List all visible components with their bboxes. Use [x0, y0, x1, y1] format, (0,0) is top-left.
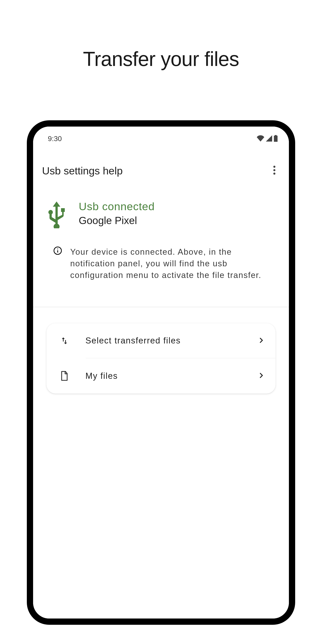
chevron-right-icon: [258, 372, 268, 380]
swap-vert-icon: [59, 336, 70, 345]
select-transferred-files-item[interactable]: Select transferred files: [46, 323, 276, 358]
status-time: 9:30: [48, 134, 62, 143]
phone-frame: 9:30 Usb settings help: [27, 120, 295, 625]
svg-point-0: [273, 166, 275, 168]
svg-point-5: [57, 248, 58, 249]
more-menu-button[interactable]: [271, 164, 278, 178]
usb-icon: [46, 200, 67, 228]
connection-status: Usb connected: [79, 200, 280, 213]
info-text: Your device is connected. Above, in the …: [70, 246, 280, 281]
info-icon: [53, 246, 62, 256]
page-title: Transfer your files: [83, 47, 239, 71]
section-divider: [33, 307, 289, 307]
app-bar-title: Usb settings help: [42, 164, 123, 177]
app-bar: Usb settings help: [33, 147, 289, 184]
more-vert-icon: [273, 172, 276, 175]
info-row: Your device is connected. Above, in the …: [46, 246, 280, 281]
connection-row: Usb connected Google Pixel: [46, 200, 280, 228]
action-label: Select transferred files: [86, 336, 242, 346]
file-icon: [59, 371, 70, 381]
battery-icon: [274, 135, 278, 143]
wifi-icon: [257, 135, 264, 142]
connection-device: Google Pixel: [79, 214, 280, 226]
status-icons: [257, 135, 278, 143]
connection-text: Usb connected Google Pixel: [79, 200, 280, 226]
svg-point-1: [273, 169, 275, 171]
svg-point-2: [273, 173, 275, 175]
status-bar: 9:30: [33, 126, 289, 147]
cellular-icon: [266, 135, 272, 142]
chevron-right-icon: [258, 337, 268, 345]
actions-card: Select transferred files My files: [46, 323, 276, 394]
connection-section: Usb connected Google Pixel Your device i…: [33, 184, 289, 290]
my-files-item[interactable]: My files: [46, 358, 276, 394]
phone-screen: 9:30 Usb settings help: [33, 126, 289, 618]
action-label: My files: [86, 371, 242, 381]
